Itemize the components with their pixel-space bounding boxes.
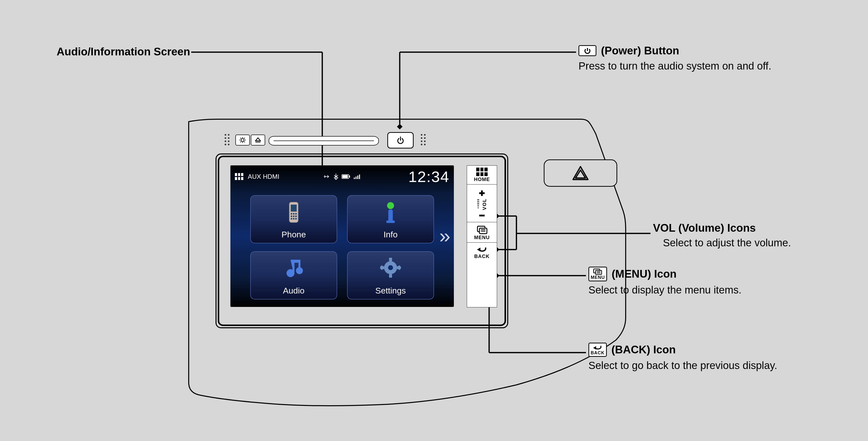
svg-rect-44 [291,204,297,212]
svg-rect-59 [299,260,301,270]
svg-rect-37 [349,176,350,178]
status-bar: AUX HDMI 12:34 [230,165,454,188]
svg-rect-46 [293,213,294,215]
music-note-icon [283,257,304,279]
speaker-grille-left [225,134,230,146]
callout-vol-desc: Select to adjust the volume. [663,236,851,250]
svg-marker-35 [576,170,585,178]
svg-line-26 [240,141,241,142]
audio-information-screen[interactable]: AUX HDMI 12:34 [230,165,454,307]
svg-rect-40 [355,177,356,179]
callout-audio-screen: Audio/Information Screen [57,45,190,58]
svg-rect-52 [293,218,294,220]
status-icons [323,173,362,180]
softkey-back-label: BACK [467,254,497,259]
svg-rect-60 [292,260,294,272]
svg-line-24 [240,138,241,138]
softkey-back[interactable]: BACK [467,244,497,260]
bluetooth-icon [333,173,339,180]
callout-menu-desc: Select to display the menu items. [588,283,812,297]
tile-settings[interactable]: Settings [347,251,434,300]
callout-menu: MENU (MENU) Icon Select to display the m… [588,267,812,297]
back-icon-box: BACK [588,343,607,357]
softkey-menu[interactable]: MENU [467,223,497,241]
svg-marker-83 [477,248,480,252]
svg-rect-45 [291,213,292,215]
callout-back: BACK (BACK) Icon Select to go back to th… [588,343,837,373]
svg-rect-53 [295,218,297,220]
home-grid-icon[interactable] [235,173,243,180]
battery-icon [342,174,350,179]
eject-button[interactable] [251,134,265,146]
callout-back-title: (BACK) Icon [611,343,676,355]
source-label: AUX HDMI [248,173,279,181]
back-icon [475,246,488,253]
plus-icon [477,189,487,197]
callout-power: (Power) Button Press to turn the audio s… [579,44,827,73]
svg-rect-63 [389,274,392,278]
callout-menu-title: (MENU) Icon [612,268,677,280]
next-page-chevron[interactable]: » [439,225,451,248]
gear-icon [380,257,401,278]
brightness-button[interactable] [236,134,250,146]
tile-info-label: Info [383,230,398,240]
svg-rect-39 [354,178,355,179]
menu-icon [593,269,603,275]
svg-rect-42 [359,175,360,179]
speaker-grille-right [421,134,426,146]
tile-phone-label: Phone [282,230,306,240]
svg-rect-49 [293,216,294,217]
svg-point-19 [241,138,244,141]
softkey-home[interactable]: HOME [467,166,497,183]
softkey-strip: HOME VOL MENU BACK [467,165,497,307]
svg-marker-28 [255,138,260,141]
info-icon [382,201,399,223]
tile-audio-label: Audio [283,286,305,295]
svg-rect-41 [357,176,358,179]
svg-point-70 [388,265,393,270]
power-icon [584,47,591,55]
svg-rect-48 [291,216,292,217]
svg-rect-85 [596,271,601,274]
callout-power-desc: Press to turn the audio system on and of… [579,59,827,73]
vol-label: VOL [482,198,487,210]
callout-audio-screen-title: Audio/Information Screen [57,45,190,58]
softkey-vol-down[interactable] [467,211,497,221]
softkey-vol-up[interactable] [467,186,497,198]
tile-audio[interactable]: Audio [250,251,337,300]
tile-settings-label: Settings [375,286,406,295]
softkey-vol-legend: VOL [467,198,497,211]
callout-power-title: (Power) Button [601,44,679,57]
menu-icon-box: MENU [588,267,607,281]
callout-vol-title: VOL (Volume) Icons [653,221,851,235]
svg-marker-88 [593,346,596,350]
svg-line-27 [244,138,245,138]
softkey-home-label: HOME [467,177,497,182]
cd-slot[interactable] [269,136,379,146]
tile-phone[interactable]: Phone [250,195,337,243]
svg-rect-62 [389,258,392,261]
svg-rect-56 [386,220,395,223]
clock: 12:34 [408,168,450,186]
signal-icon [353,174,362,180]
power-icon [396,136,405,145]
svg-rect-51 [291,218,292,220]
svg-point-54 [387,202,394,209]
menu-icon [476,225,488,234]
svg-line-25 [244,141,245,142]
hazard-button[interactable] [544,159,617,187]
power-icon-box [579,45,596,56]
phone-icon [287,201,301,223]
callout-vol: VOL (Volume) Icons Select to adjust the … [653,221,851,250]
svg-rect-38 [342,175,348,178]
hazard-icon [571,165,589,181]
power-button[interactable] [387,132,414,149]
softkey-menu-label: MENU [467,235,497,240]
back-icon [592,344,603,350]
svg-rect-55 [388,210,393,221]
tile-info[interactable]: Info [347,195,434,243]
svg-rect-50 [295,216,297,217]
svg-rect-47 [295,213,297,215]
svg-rect-7 [397,124,403,130]
callout-back-desc: Select to go back to the previous displa… [588,359,837,373]
